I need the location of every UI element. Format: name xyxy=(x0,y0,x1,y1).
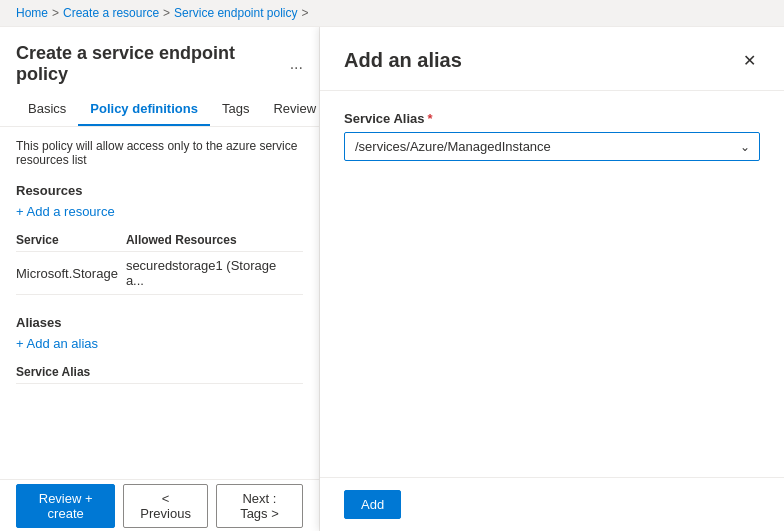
breadcrumb-create-resource[interactable]: Create a resource xyxy=(63,6,159,20)
review-create-button[interactable]: Review + create xyxy=(16,484,115,528)
tab-policy-definitions[interactable]: Policy definitions xyxy=(78,93,210,126)
aliases-section-title: Aliases xyxy=(16,315,303,330)
dialog-close-button[interactable]: ✕ xyxy=(739,47,760,74)
dialog-footer: Add xyxy=(320,477,784,531)
aliases-table: Service Alias xyxy=(16,361,303,384)
add-button[interactable]: Add xyxy=(344,490,401,519)
breadcrumb-sep-1: > xyxy=(52,6,59,20)
col-service-alias: Service Alias xyxy=(16,361,303,384)
policy-note: This policy will allow access only to th… xyxy=(16,139,303,167)
add-alias-link[interactable]: + Add an alias xyxy=(16,336,303,351)
page-header-ellipsis[interactable]: ... xyxy=(290,55,303,73)
service-alias-label: Service Alias * xyxy=(344,111,760,126)
bottom-bar: Review + create < Previous Next : Tags > xyxy=(0,479,319,531)
breadcrumb-sep-3: > xyxy=(302,6,309,20)
dialog-body: Service Alias * /services/Azure/ManagedI… xyxy=(320,91,784,304)
cell-allowed: securedstorage1 (Storage a... xyxy=(126,252,303,295)
page-header: Create a service endpoint policy ... xyxy=(0,27,319,93)
table-row: Microsoft.Storage securedstorage1 (Stora… xyxy=(16,252,303,295)
resources-section: Resources + Add a resource Service Allow… xyxy=(16,183,303,295)
tab-review-create[interactable]: Review + create xyxy=(261,93,320,126)
cell-service: Microsoft.Storage xyxy=(16,252,126,295)
tab-tags[interactable]: Tags xyxy=(210,93,261,126)
next-button[interactable]: Next : Tags > xyxy=(216,484,303,528)
left-panel: Create a service endpoint policy ... Bas… xyxy=(0,27,320,531)
previous-button[interactable]: < Previous xyxy=(123,484,208,528)
resources-section-title: Resources xyxy=(16,183,303,198)
resources-table: Service Allowed Resources Microsoft.Stor… xyxy=(16,229,303,295)
service-alias-select[interactable]: /services/Azure/ManagedInstance /service… xyxy=(344,132,760,161)
service-alias-select-wrapper: /services/Azure/ManagedInstance /service… xyxy=(344,132,760,161)
breadcrumb-sep-2: > xyxy=(163,6,170,20)
col-allowed-resources: Allowed Resources xyxy=(126,229,303,252)
col-service: Service xyxy=(16,229,126,252)
aliases-section: Aliases + Add an alias Service Alias xyxy=(16,315,303,384)
left-content: This policy will allow access only to th… xyxy=(0,127,319,479)
dialog-title: Add an alias xyxy=(344,49,462,72)
required-asterisk: * xyxy=(427,111,432,126)
page-title: Create a service endpoint policy xyxy=(16,43,282,85)
breadcrumb-service-endpoint-policy[interactable]: Service endpoint policy xyxy=(174,6,297,20)
breadcrumb-home[interactable]: Home xyxy=(16,6,48,20)
tab-basics[interactable]: Basics xyxy=(16,93,78,126)
service-alias-form-group: Service Alias * /services/Azure/ManagedI… xyxy=(344,111,760,161)
dialog-panel: Add an alias ✕ Service Alias * /services… xyxy=(320,27,784,531)
add-resource-link[interactable]: + Add a resource xyxy=(16,204,303,219)
breadcrumb: Home > Create a resource > Service endpo… xyxy=(0,0,784,27)
tabs-container: Basics Policy definitions Tags Review + … xyxy=(0,93,319,127)
dialog-header: Add an alias ✕ xyxy=(320,27,784,91)
